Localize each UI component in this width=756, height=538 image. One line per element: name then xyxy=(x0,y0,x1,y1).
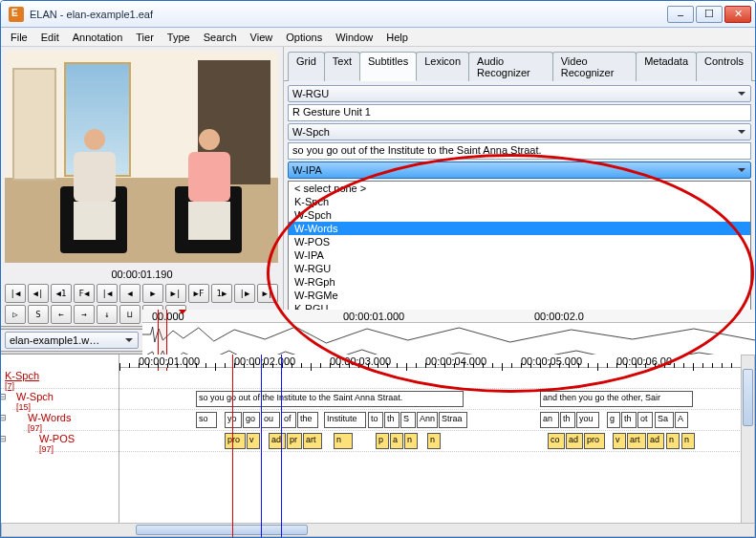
tab-text[interactable]: Text xyxy=(324,52,360,81)
menubar[interactable]: FileEditAnnotationTierTypeSearchViewOpti… xyxy=(1,28,755,47)
transport-button-14[interactable]: ← xyxy=(51,305,72,324)
transport-button-9[interactable]: 1▶ xyxy=(211,284,232,303)
tier-name-column[interactable]: K-Spch[7]W-Spch[15]W-Words[97]W-POS[97] xyxy=(1,355,119,537)
transport-button-15[interactable]: → xyxy=(74,305,95,324)
scrollbar-thumb[interactable] xyxy=(136,525,308,535)
transport-button-13[interactable]: S xyxy=(28,305,49,324)
transport-button-0[interactable]: |◀ xyxy=(5,284,26,303)
transport-button-6[interactable]: ▶ xyxy=(142,284,163,303)
transport-button-5[interactable]: ◀ xyxy=(119,284,140,303)
transport-button-17[interactable]: ⊔ xyxy=(119,305,140,324)
transport-button-3[interactable]: F◀ xyxy=(74,284,95,303)
annotation-area[interactable]: 00:00:01.00000:00:02.00000:00:03.00000:0… xyxy=(119,355,755,537)
annotation-segment[interactable]: n xyxy=(681,433,695,449)
vertical-scrollbar[interactable] xyxy=(741,355,755,537)
annotation-segment[interactable]: pr xyxy=(287,433,302,449)
annotation-row-wspch[interactable]: so you go out of the Institute to the Sa… xyxy=(119,389,755,410)
annotation-segment[interactable]: v xyxy=(247,433,260,449)
transport-button-12[interactable]: ▷ xyxy=(5,305,26,324)
annotation-segment[interactable]: ad xyxy=(269,433,286,449)
dropdown-option[interactable]: < select none > xyxy=(289,182,750,195)
menu-tier[interactable]: Tier xyxy=(130,30,160,45)
annotation-segment[interactable]: th xyxy=(621,412,637,428)
tier-dropdown-list[interactable]: < select none >K-SpchW-SpchW-WordsW-POSW… xyxy=(288,181,751,322)
titlebar[interactable]: ELAN - elan-example1.eaf – ☐ ✕ xyxy=(1,1,755,28)
annotation-segment[interactable]: you xyxy=(576,412,599,428)
transport-button-10[interactable]: |▶ xyxy=(234,284,255,303)
menu-annotation[interactable]: Annotation xyxy=(67,30,129,45)
minimize-button[interactable]: – xyxy=(667,6,694,23)
close-button[interactable]: ✕ xyxy=(724,6,751,23)
annotation-segment[interactable]: so xyxy=(196,412,217,428)
annotation-segment[interactable]: p xyxy=(376,433,389,449)
transport-button-1[interactable]: ◀| xyxy=(28,284,49,303)
dropdown-option[interactable]: W-Words xyxy=(289,222,750,235)
tab-video-recognizer[interactable]: Video Recognizer xyxy=(552,52,637,81)
annotation-segment[interactable]: an xyxy=(540,412,559,428)
dropdown-option[interactable]: W-Spch xyxy=(289,208,750,222)
annotation-segment[interactable]: g xyxy=(607,412,620,428)
annotation-segment[interactable]: Straa xyxy=(439,412,467,428)
annotation-segment[interactable]: of xyxy=(281,412,296,428)
transport-button-16[interactable]: ↓ xyxy=(97,305,118,324)
tier-label-w-spch[interactable]: W-Spch[15] xyxy=(12,389,119,410)
tier-combo-3[interactable]: W-IPA xyxy=(288,161,751,179)
annotation-segment[interactable]: n xyxy=(666,433,680,449)
annotation-segment[interactable]: Institute xyxy=(324,412,366,428)
menu-edit[interactable]: Edit xyxy=(35,30,65,45)
annotation-segment[interactable]: ot xyxy=(637,412,653,428)
transport-button-4[interactable]: |◀ xyxy=(97,284,118,303)
tab-subtitles[interactable]: Subtitles xyxy=(359,52,417,81)
dropdown-option[interactable]: W-RGph xyxy=(289,275,750,289)
transport-button-7[interactable]: ▶| xyxy=(165,284,186,303)
tier-label-w-words[interactable]: W-Words[97] xyxy=(24,410,119,431)
tab-lexicon[interactable]: Lexicon xyxy=(416,52,469,81)
annotation-segment[interactable]: n xyxy=(334,433,353,449)
annotation-segment[interactable]: ou xyxy=(261,412,280,428)
annotation-segment[interactable]: co xyxy=(548,433,565,449)
annotation-segment[interactable]: S xyxy=(400,412,416,428)
annotation-segment[interactable]: A xyxy=(675,412,688,428)
dropdown-option[interactable]: W-RGU xyxy=(289,262,750,275)
tab-metadata[interactable]: Metadata xyxy=(636,52,697,81)
transport-button-11[interactable]: ▶| xyxy=(257,284,278,303)
tier-combo-2[interactable]: W-Spch xyxy=(288,123,751,140)
menu-type[interactable]: Type xyxy=(162,30,196,45)
dropdown-option[interactable]: W-IPA xyxy=(289,248,750,262)
annotation-segment[interactable]: so you go out of the Institute to the Sa… xyxy=(196,391,464,407)
tab-grid[interactable]: Grid xyxy=(288,52,325,81)
transport-button-2[interactable]: ◀1 xyxy=(51,284,72,303)
annotation-segment[interactable]: go xyxy=(243,412,260,428)
annotation-segment[interactable]: art xyxy=(627,433,646,449)
transport-button-8[interactable]: ▶F xyxy=(188,284,209,303)
horizontal-scrollbar[interactable] xyxy=(1,523,755,537)
annotation-segment[interactable]: and then you go the other, Sair xyxy=(540,391,693,407)
tier-label-k-spch[interactable]: K-Spch[7] xyxy=(1,368,119,389)
annotation-row-wwords[interactable]: soyogoouoftheInstitutetothSAnnStraaanthy… xyxy=(119,410,755,431)
menu-window[interactable]: Window xyxy=(330,30,378,45)
annotation-segment[interactable]: ad xyxy=(647,433,664,449)
dropdown-option[interactable]: W-RGMe xyxy=(289,289,750,302)
subtitle-text-1[interactable]: R Gesture Unit 1 xyxy=(288,104,751,121)
annotation-segment[interactable]: pro xyxy=(225,433,246,449)
annotation-segment[interactable]: Ann xyxy=(417,412,438,428)
annotation-segment[interactable]: a xyxy=(390,433,403,449)
annotation-segment[interactable]: v xyxy=(613,433,626,449)
tier-label-w-pos[interactable]: W-POS[97] xyxy=(35,431,119,452)
annotation-segment[interactable]: th xyxy=(560,412,575,428)
annotation-segment[interactable]: th xyxy=(384,412,400,428)
annotation-row-kspch[interactable] xyxy=(119,368,755,389)
subtitle-text-2[interactable]: so you go out of the Institute to the Sa… xyxy=(288,142,751,160)
tab-controls[interactable]: Controls xyxy=(696,52,752,81)
annotation-segment[interactable]: the xyxy=(297,412,318,428)
maximize-button[interactable]: ☐ xyxy=(696,6,723,23)
annotation-segment[interactable]: to xyxy=(368,412,383,428)
tier-combo-1[interactable]: W-RGU xyxy=(288,85,751,102)
annotation-segment[interactable]: n xyxy=(427,433,441,449)
menu-view[interactable]: View xyxy=(245,30,279,45)
signal-selector[interactable]: elan-example1.w… xyxy=(5,332,139,349)
menu-search[interactable]: Search xyxy=(198,30,243,45)
tab-audio-recognizer[interactable]: Audio Recognizer xyxy=(468,52,553,81)
menu-help[interactable]: Help xyxy=(380,30,414,45)
annotation-segment[interactable]: pro xyxy=(584,433,605,449)
